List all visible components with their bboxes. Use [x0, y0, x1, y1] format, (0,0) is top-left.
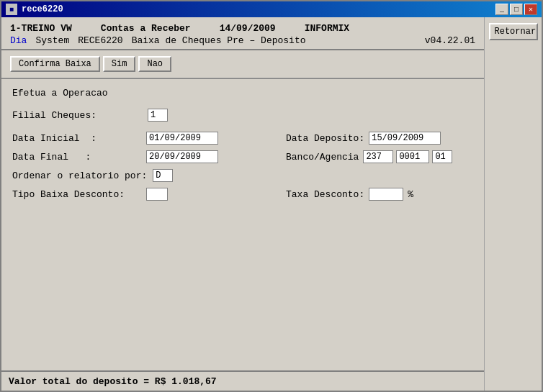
banco-agencia-label: Banco/Agencia [286, 152, 359, 163]
window-title: rece6220 [22, 4, 63, 14]
data-inicial-input[interactable] [146, 132, 218, 145]
percent-sign: % [408, 189, 413, 200]
form-area: Efetua a Operacao Filial Cheques: Data I… [1, 79, 484, 370]
header-version: v04.22.01 [425, 35, 475, 46]
status-text: Efetua a Operacao [12, 86, 473, 100]
data-final-input[interactable] [146, 150, 218, 163]
maximize-button[interactable]: □ [510, 4, 523, 15]
minimize-button[interactable]: _ [495, 4, 508, 15]
module-name: Contas a Receber [101, 23, 191, 34]
window-icon: ■ [6, 4, 17, 15]
close-button[interactable]: ✕ [524, 4, 537, 15]
header-program: RECE6220 [78, 35, 122, 46]
title-bar: ■ rece6220 _ □ ✕ [1, 1, 542, 17]
header-description: Baixa de Cheques Pre – Deposito [132, 35, 306, 46]
system-name: INFORMIX [305, 23, 349, 34]
ordenar-input[interactable] [153, 169, 173, 182]
bottom-status-text: Valor total do deposito = R$ 1.018,67 [9, 376, 217, 387]
header-date: 14/09/2009 [220, 23, 276, 34]
filial-input[interactable] [148, 109, 168, 122]
confirm-baixa-button[interactable]: Confirma Baixa [10, 56, 100, 72]
tipo-baixa-row: Tipo Baixa Desconto: Taxa Desconto: % [12, 188, 473, 201]
yes-button[interactable]: Sim [103, 56, 136, 72]
tipo-baixa-label: Tipo Baixa Desconto: [12, 189, 142, 200]
tipo-baixa-input[interactable] [146, 188, 168, 201]
taxa-desconto-label: Taxa Desconto: [286, 189, 364, 200]
company-name: 1-TREINO VW [10, 23, 72, 34]
header-prefix: Dia [10, 35, 27, 46]
data-deposito-input[interactable] [369, 132, 441, 145]
data-final-label: Data Final : [12, 152, 142, 163]
bottom-status-bar: Valor total do deposito = R$ 1.018,67 [1, 370, 484, 391]
data-inicial-row: Data Inicial : Data Deposito: [12, 132, 473, 145]
header-subsystem: System [35, 35, 69, 46]
bank-group [363, 150, 452, 163]
sidebar: Retornar [484, 17, 542, 391]
agencia2-input[interactable] [432, 150, 452, 163]
data-deposito-label: Data Deposito: [286, 133, 364, 144]
ordenar-label: Ordenar o relatorio por: [12, 170, 147, 181]
agencia-input[interactable] [396, 150, 429, 163]
ordenar-row: Ordenar o relatorio por: [12, 169, 473, 182]
retornar-button[interactable]: Retornar [489, 23, 538, 40]
banco-input[interactable] [363, 150, 393, 163]
header-bar: 1-TREINO VW Contas a Receber 14/09/2009 … [1, 17, 484, 50]
data-inicial-label: Data Inicial : [12, 133, 142, 144]
title-controls: _ □ ✕ [495, 4, 537, 15]
no-button[interactable]: Nao [138, 56, 171, 72]
toolbar: Confirma Baixa Sim Nao [1, 50, 484, 78]
data-final-row: Data Final : Banco/Agencia [12, 150, 473, 163]
taxa-desconto-input[interactable] [369, 188, 403, 201]
filial-label: Filial Cheques: [12, 110, 142, 121]
filial-row: Filial Cheques: [12, 109, 473, 122]
